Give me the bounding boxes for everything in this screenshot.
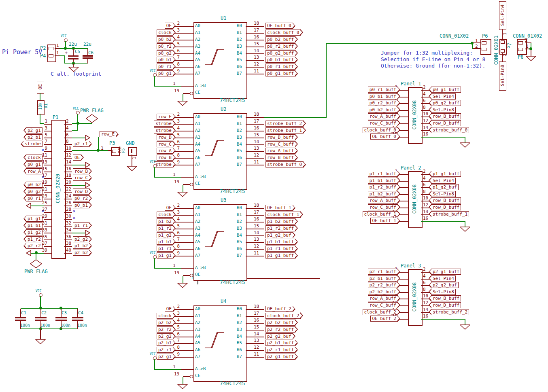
net-label[interactable]: p1_g1 [157, 252, 173, 259]
net-label[interactable]: clock [26, 155, 42, 161]
panel-ref[interactable]: Panel-3 [401, 263, 421, 269]
net-label[interactable]: clock_buff_0 [266, 30, 301, 36]
net-label[interactable]: p1_g2_buf [431, 184, 459, 190]
panel-3-connector[interactable]: Panel-3 CONN_02X08 1p2_r1_buff3p2_b1_buf… [360, 263, 500, 335]
net-label[interactable]: p1_b1_buff [368, 178, 398, 184]
p7-ref[interactable]: P7 [507, 41, 512, 51]
net-label[interactable]: p0_g1_buff [431, 87, 461, 93]
c5-ref[interactable]: C5 [75, 49, 80, 54]
net-label[interactable]: row_B_buff [431, 197, 461, 203]
net-label[interactable]: strobe [154, 161, 173, 167]
net-label[interactable]: p2_g2 [73, 236, 89, 242]
net-label[interactable]: row_D_buff [266, 134, 295, 140]
net-label[interactable]: OE [73, 155, 81, 161]
net-label[interactable]: p0_r2 [73, 195, 89, 201]
net-label[interactable]: row_C_buff [266, 141, 295, 147]
p1-connector[interactable]: P1 CONN_02X20 1 3 p2_g1 5 [16, 113, 150, 267]
net-label[interactable]: row_E [157, 114, 173, 120]
net-label[interactable]: p0_b2 [26, 182, 42, 188]
net-label[interactable]: row_B [73, 168, 89, 174]
cap-value[interactable]: 100n [20, 323, 30, 328]
net-label[interactable]: p2_b2 [73, 250, 89, 256]
c5-plate[interactable] [68, 55, 79, 57]
cap-value[interactable]: 100n [40, 323, 50, 328]
net-label[interactable]: p2_r2 [26, 243, 42, 249]
ic-ref[interactable]: U4 [221, 299, 226, 304]
ic-value[interactable]: 74HCT245 [220, 188, 245, 194]
net-label[interactable]: row_A [157, 148, 173, 154]
net-label[interactable]: p1_b1 [157, 239, 173, 245]
net-label[interactable]: p0_b2 [157, 36, 173, 42]
net-label[interactable]: p0_g1 [157, 70, 173, 76]
net-label[interactable]: p0_b1 [157, 57, 173, 63]
r1-value[interactable]: 10k [38, 101, 42, 112]
cap-ref[interactable]: C3 [62, 310, 67, 316]
net-label[interactable]: p1_g2 [157, 232, 173, 238]
net-label[interactable]: clock_buff_1 [266, 212, 301, 218]
net-label[interactable]: row_B_buff [266, 155, 295, 161]
panel-ref[interactable]: Panel-2 [401, 165, 421, 171]
net-label[interactable]: strobe_buff_0 [431, 127, 469, 133]
net-label[interactable]: p0_g1_buff [266, 70, 295, 76]
c6-value[interactable]: 22u [83, 42, 91, 47]
net-label[interactable]: p0_r1 [157, 64, 173, 70]
net-label[interactable]: p1_g1 [26, 216, 42, 222]
net-label[interactable]: p1_g2_buf [266, 232, 293, 238]
net-label[interactable]: p0_b2_buff [368, 107, 398, 113]
net-label[interactable]: p1_r1 [157, 246, 173, 252]
capacitor[interactable]: C4 100n [72, 289, 96, 334]
net-label[interactable]: p0_r2_buff [368, 100, 398, 106]
p6-ref[interactable]: P6 [482, 33, 488, 39]
net-label[interactable]: row_A [26, 168, 42, 174]
net-label[interactable]: row_D [157, 134, 173, 140]
panel-value[interactable]: CONN_02X08 [412, 278, 417, 316]
net-label[interactable]: p1_r2 [157, 225, 173, 231]
net-label[interactable]: row_B_buff [431, 113, 461, 119]
net-label[interactable]: p2_b2_buff [266, 320, 295, 326]
net-label[interactable]: strobe_buff_1 [266, 127, 304, 133]
net-label[interactable]: p1_b2_buff [368, 191, 398, 197]
net-label[interactable]: row_D_buff [431, 204, 461, 210]
net-label[interactable]: p0_r2 [157, 43, 173, 49]
net-label[interactable]: p2_b2_buff [368, 289, 398, 295]
net-label[interactable]: p2_r1_buff [266, 347, 295, 353]
net-label[interactable]: OE_buff_0 [266, 23, 293, 29]
p3-ref[interactable]: P3 [109, 140, 115, 146]
net-label[interactable]: p0_g2_buff [431, 100, 461, 106]
net-label[interactable]: row_D_buff [431, 302, 461, 308]
net-label[interactable]: p1_r1_buff [368, 171, 398, 177]
net-label[interactable]: p2_r1 [157, 347, 173, 353]
net-label[interactable]: p1_b2 [157, 218, 173, 225]
net-label[interactable]: Sel-Pin4 [431, 178, 456, 184]
net-label[interactable]: Sel-Pin8 [431, 107, 456, 113]
net-label[interactable]: p0_g1 [26, 161, 42, 167]
net-label[interactable]: strobe_buff_2 [431, 309, 469, 315]
net-label[interactable]: Sel-Pin8 [431, 289, 456, 295]
p7-value[interactable]: CONN_02X01 [493, 28, 499, 72]
net-label[interactable]: row_B [157, 155, 173, 161]
net-label[interactable]: p2_r1_buff [368, 269, 398, 275]
ic-ref[interactable]: U3 [221, 197, 226, 203]
net-label[interactable]: p2_b2 [157, 320, 173, 326]
net-label[interactable]: p1_r1 [73, 222, 89, 229]
net-label[interactable]: p2_b1_buff [266, 340, 295, 346]
net-label[interactable]: OE_buff_1 [266, 205, 293, 211]
cap-ref[interactable]: C2 [41, 310, 47, 316]
net-label[interactable]: p2_r2_buff [266, 326, 295, 333]
p6-value[interactable]: CONN_01X02 [440, 33, 469, 39]
cap-value[interactable]: 100n [61, 323, 70, 328]
net-label[interactable]: strobe_buff_0 [266, 161, 304, 167]
net-label[interactable]: p1_r2_buff [266, 225, 295, 231]
net-label[interactable]: p2_g1_buff [266, 354, 295, 360]
cap-ref[interactable]: C4 [78, 310, 83, 316]
net-label[interactable]: clock_buff_2 [266, 313, 301, 319]
net-label[interactable]: p0_b1 [73, 202, 89, 208]
net-label[interactable]: p0_r1_buff [266, 64, 295, 70]
net-label[interactable]: p0_r1 [26, 195, 42, 201]
net-label[interactable]: OE_buff_0 [370, 133, 398, 140]
net-label[interactable]: strobe [154, 127, 173, 133]
net-label[interactable]: p2_g2_buf [266, 333, 293, 339]
net-label[interactable]: p0_b2_buff [266, 36, 295, 42]
net-label[interactable]: p2_r1 [73, 141, 89, 147]
net-label[interactable]: Sel-Pin4 [431, 275, 456, 282]
